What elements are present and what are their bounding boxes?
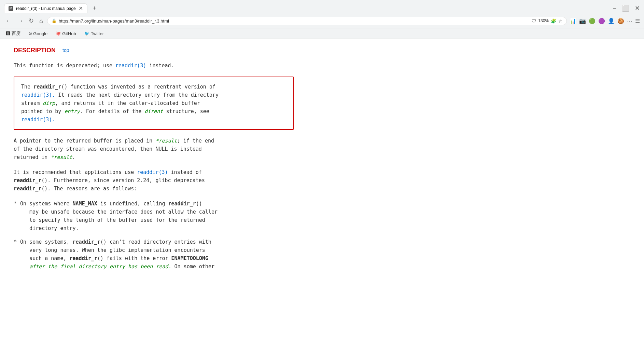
extension1-icon[interactable]: 🟣 xyxy=(598,18,605,24)
readdir-link-box1[interactable]: readdir(3). xyxy=(21,92,55,98)
box-line2-post: It reads the next directory entry from t… xyxy=(55,92,219,98)
baidu-icon: 🅱 xyxy=(6,31,10,36)
box-line3-post: , and returns it in the caller-allocated… xyxy=(55,100,200,106)
bullet-1-content: On systems where NAME_MAX is undefined, … xyxy=(20,200,218,232)
tab-favicon: M xyxy=(9,6,13,11)
github-label: GitHub xyxy=(62,31,76,36)
box-line4-pre: pointed to by xyxy=(21,108,64,114)
vpn-icon[interactable]: 🟢 xyxy=(589,18,596,24)
github-icon: 🐙 xyxy=(56,31,61,36)
browser-chrome: M readdir_r(3) - Linux manual page ✕ + −… xyxy=(0,0,644,39)
stats-icon[interactable]: 📊 xyxy=(570,18,576,24)
page-content: DESCRIPTION top This function is depreca… xyxy=(0,39,307,283)
address-right-icons: 🛡 130% 🧩 ☆ xyxy=(532,18,562,24)
bookmark-google[interactable]: G Google xyxy=(27,30,50,37)
forward-button[interactable]: → xyxy=(16,16,25,26)
extension3-icon[interactable]: 🍪 xyxy=(617,18,624,24)
new-tab-button[interactable]: + xyxy=(90,3,99,13)
box-line1-post: () function was invented as a reentrant … xyxy=(61,84,215,90)
readdir-r-bullet2b: readdir_r xyxy=(70,255,97,261)
readdir-r-bold-2: readdir_r xyxy=(14,186,41,192)
bookmark-twitter[interactable]: 🐦 Twitter xyxy=(82,30,106,37)
result-link-1[interactable]: *result xyxy=(155,138,177,144)
readdir-r-bullet2: readdir_r xyxy=(73,239,100,245)
url-text: https://man7.org/linux/man-pages/man3/re… xyxy=(59,18,530,24)
description-intro: This function is deprecated; use readdir… xyxy=(14,62,294,70)
zoom-level: 130% xyxy=(538,18,549,23)
bullet-star-1: * xyxy=(14,200,17,232)
screenshot-icon[interactable]: 📷 xyxy=(579,18,586,24)
baidu-label: 百度 xyxy=(12,30,20,37)
window-controls: − ⬜ ✕ xyxy=(613,4,640,12)
para-result: A pointer to the returned buffer is plac… xyxy=(14,137,294,161)
extension2-icon[interactable]: 👤 xyxy=(608,18,615,24)
menu-button[interactable]: ☰ xyxy=(635,18,640,24)
address-bar[interactable]: 🔒 https://man7.org/linux/man-pages/man3/… xyxy=(47,17,567,25)
para-recommended: It is recommended that applications use … xyxy=(14,168,294,193)
box-dirent-italic: dirent xyxy=(144,108,163,114)
bookmark-github[interactable]: 🐙 GitHub xyxy=(54,30,78,37)
box-readdir-r-bold: readdir_r xyxy=(33,84,61,90)
readdir-r-bold-1: readdir_r xyxy=(14,177,41,184)
name-max-bold: NAME_MAX xyxy=(73,201,97,207)
highlighted-box: The readdir_r() function was invented as… xyxy=(14,77,294,130)
bullet-item-2: * On some systems, readdir_r() can't rea… xyxy=(14,238,294,271)
minimize-button[interactable]: − xyxy=(613,5,616,12)
star-icon[interactable]: ☆ xyxy=(558,18,562,24)
bullet-2-content: On some systems, readdir_r() can't read … xyxy=(20,238,214,271)
italic-after-read: after the final directory entry has been… xyxy=(29,263,171,270)
back-button[interactable]: ← xyxy=(4,16,13,26)
title-bar: M readdir_r(3) - Linux manual page ✕ + −… xyxy=(0,0,644,14)
readdir-link-box2[interactable]: readdir(3). xyxy=(21,117,55,123)
section-title: DESCRIPTION xyxy=(14,46,56,55)
readdir-r-bullet1: readdir_r xyxy=(168,201,196,207)
toolbar-right: 📊 📷 🟢 🟣 👤 🍪 ⋯ ☰ xyxy=(570,18,640,24)
bookmarks-bar: 🅱 百度 G Google 🐙 GitHub 🐦 Twitter xyxy=(0,28,644,39)
box-line4-post2: structure, see xyxy=(163,108,209,114)
address-bar-row: ← → ↻ ⌂ 🔒 https://man7.org/linux/man-pag… xyxy=(0,14,644,28)
bullet-star-2: * xyxy=(14,238,17,271)
result-link-2[interactable]: *result xyxy=(51,154,72,160)
bullet-list: * On systems where NAME_MAX is undefined… xyxy=(14,200,294,271)
browser-tab[interactable]: M readdir_r(3) - Linux manual page ✕ xyxy=(4,3,87,13)
extensions-icon: 🧩 xyxy=(551,18,556,24)
box-entry-italic: entry xyxy=(64,108,80,114)
top-link[interactable]: top xyxy=(62,47,69,54)
maximize-button[interactable]: ⬜ xyxy=(622,4,629,12)
more-tools-button[interactable]: ⋯ xyxy=(627,18,632,24)
shield-icon: 🛡 xyxy=(532,18,536,24)
refresh-button[interactable]: ↻ xyxy=(27,16,35,26)
box-line1-pre: The xyxy=(21,84,33,90)
enametoolong-bold: ENAMETOOLONG xyxy=(171,255,208,261)
home-button[interactable]: ⌂ xyxy=(38,16,44,26)
tab-close-button[interactable]: ✕ xyxy=(79,6,83,11)
close-button[interactable]: ✕ xyxy=(635,4,640,12)
box-line4-mid: . For details of the xyxy=(80,108,145,114)
tab-title: readdir_r(3) - Linux manual page xyxy=(16,6,76,11)
twitter-label: Twitter xyxy=(91,31,104,36)
section-header: DESCRIPTION top xyxy=(14,46,294,55)
bullet-item-1: * On systems where NAME_MAX is undefined… xyxy=(14,200,294,232)
google-label: Google xyxy=(33,31,47,36)
box-line3-pre: stream xyxy=(21,100,43,106)
google-icon: G xyxy=(29,31,32,36)
twitter-icon: 🐦 xyxy=(84,31,89,36)
box-dirp-italic: dirp xyxy=(43,100,55,106)
bookmark-baidu[interactable]: 🅱 百度 xyxy=(4,30,23,37)
security-icon: 🔒 xyxy=(52,18,57,23)
readdir-link-intro[interactable]: readdir(3) xyxy=(115,63,146,69)
readdir-link-rec[interactable]: readdir(3) xyxy=(137,169,168,175)
